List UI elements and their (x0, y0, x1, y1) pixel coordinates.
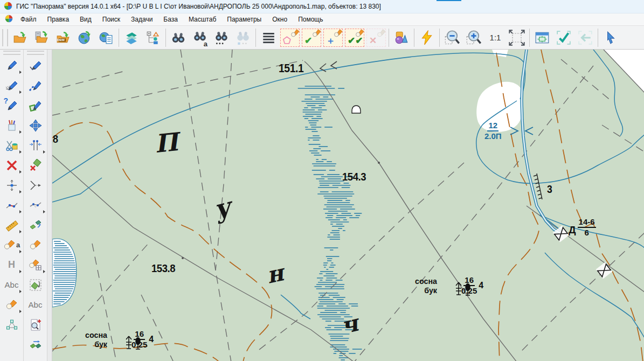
search-in-document-tool[interactable] (25, 315, 46, 335)
select-apply-button[interactable]: ✔ (301, 28, 322, 47)
back-step-button-disabled[interactable] (574, 27, 596, 48)
draw-line-tool[interactable] (25, 55, 46, 75)
select-add-button[interactable]: ＋ (323, 28, 343, 47)
forest-spacing-value: 4 (479, 281, 483, 290)
spot-height-label: 154.3 (342, 170, 366, 183)
draw-hatch-object-tool[interactable] (1, 75, 23, 95)
zoom-in-button[interactable] (463, 27, 484, 48)
draw-object-tool[interactable] (1, 55, 23, 75)
select-layers-button[interactable]: ✔✔ (344, 28, 365, 47)
zoom-out-button[interactable] (441, 27, 463, 48)
smooth-line-tool[interactable] (25, 195, 46, 215)
find-object-button[interactable] (168, 27, 189, 48)
copy-objects-tool[interactable] (25, 335, 46, 355)
forest-species-bottom: бук (94, 339, 107, 349)
mound-symbol (352, 106, 361, 113)
rotate-object-tool[interactable] (25, 275, 46, 295)
map-canvas[interactable]: 151.1 154.3 153.8 .8 3 П у н ч 122.0П Д … (52, 50, 644, 361)
edit-segment-tool[interactable] (1, 195, 23, 215)
map-window-button[interactable] (531, 27, 553, 48)
highlight-objects-tool[interactable] (1, 295, 23, 315)
find-selected-button-disabled[interactable] (232, 27, 254, 48)
spot-height-label: 153.8 (151, 262, 175, 275)
measure-ruler-tool[interactable] (1, 215, 23, 235)
network-topology-tool[interactable] (1, 315, 23, 335)
draw-unknown-object-tool[interactable]: ? (1, 95, 23, 115)
draw-polygon-tool[interactable] (25, 95, 46, 115)
spot-height-label-partial: .8 (52, 133, 58, 145)
tool-flyout-arrow (19, 190, 22, 193)
menu-edit[interactable]: Правка (42, 14, 75, 25)
menu-options[interactable]: Параметры (221, 14, 267, 25)
menu-window[interactable]: Окно (267, 14, 293, 25)
tool-flyout-arrow (19, 230, 22, 233)
open-dbm-button[interactable]: DBM (52, 27, 74, 48)
forest-species-top: сосна (415, 276, 437, 286)
pointer-mode-button[interactable] (600, 27, 621, 48)
highlight-selected-tool[interactable] (25, 235, 46, 255)
menu-search[interactable]: Поиск (97, 14, 126, 25)
highlight-text-search-tool[interactable]: a (1, 235, 23, 255)
menu-help[interactable]: Помощь (293, 14, 328, 25)
sluice-gate-symbol (553, 226, 570, 242)
menu-database[interactable]: База (158, 14, 183, 25)
fit-extent-button[interactable] (506, 27, 528, 48)
tool-flyout-arrow (19, 170, 22, 173)
open-geoportal-button[interactable] (74, 27, 95, 48)
delete-object-tool[interactable] (1, 155, 23, 175)
tool-flyout-arrow (19, 290, 22, 293)
fast-draw-lightning-button[interactable] (416, 27, 438, 48)
forest-spacing-value: 4 (149, 335, 154, 344)
text-object-tool[interactable]: Abc (1, 275, 23, 295)
geometry-shapes-button[interactable] (391, 27, 412, 48)
toolbar-separator (439, 29, 440, 47)
object-list-button[interactable] (258, 27, 279, 48)
text-template-tool[interactable]: Abc (25, 295, 46, 315)
toolbar-grip[interactable] (2, 29, 8, 46)
place-name-letter: П (153, 127, 179, 158)
tool-flyout-arrow (19, 91, 22, 94)
menu-tasks[interactable]: Задачи (126, 14, 158, 25)
split-line-tool[interactable] (25, 175, 46, 195)
canal-width-value: 12 (487, 121, 498, 131)
forest-species-bottom: бук (424, 286, 437, 295)
find-by-name-a-label: a (204, 40, 207, 48)
forest-height-value: 16 (134, 330, 145, 340)
toolbar-separator (389, 29, 389, 47)
highlight-by-table-tool[interactable] (25, 255, 46, 275)
move-object-tool[interactable] (25, 115, 46, 135)
delete-polygon-part-tool[interactable] (25, 155, 46, 175)
menu-scale[interactable]: Масштаб (183, 14, 221, 25)
height-attribute-tool[interactable]: H (1, 255, 23, 275)
sidebar-grip[interactable] (3, 51, 20, 55)
legend-tree-button[interactable] (142, 27, 164, 48)
sidebar-splitter[interactable] (47, 50, 52, 361)
draw-style-brushes-tool[interactable] (1, 115, 23, 135)
sidebar-grip[interactable] (27, 51, 44, 55)
move-point-tool[interactable] (1, 175, 23, 195)
cut-object-tool[interactable] (1, 135, 23, 155)
geoportal-list-button[interactable] (95, 27, 117, 48)
apply-selection-button[interactable] (553, 27, 574, 48)
tool-flyout-arrow (43, 150, 45, 154)
open-map-button[interactable] (9, 27, 31, 48)
find-more-button[interactable] (211, 27, 232, 48)
title-bar: ГИС "Панорама" версия 14.0.1 x64 - [D:\P… (0, 0, 644, 13)
scale-1-1-button[interactable]: 1:1 (484, 27, 506, 48)
tool-flyout-arrow (19, 150, 22, 154)
menu-view[interactable]: Вид (74, 14, 97, 25)
open-database-map-button[interactable] (31, 27, 52, 48)
dbm-label: DBM (57, 38, 65, 41)
select-by-area-button[interactable]: ⬠ (280, 28, 300, 47)
canal-depth-value: 2.0П (484, 131, 502, 141)
flow-direction-arrows (320, 61, 337, 72)
swap-objects-tool[interactable] (25, 215, 46, 235)
draw-spline-tool[interactable] (25, 75, 46, 95)
layers-button[interactable] (121, 27, 142, 48)
tool-flyout-arrow (43, 270, 45, 273)
align-edges-tool[interactable] (25, 135, 46, 155)
flashlight-icon (376, 29, 386, 39)
find-by-name-button[interactable]: a (189, 27, 211, 48)
menu-file[interactable]: Файл (15, 14, 42, 25)
select-clear-button-disabled[interactable]: ✕ (366, 28, 386, 47)
